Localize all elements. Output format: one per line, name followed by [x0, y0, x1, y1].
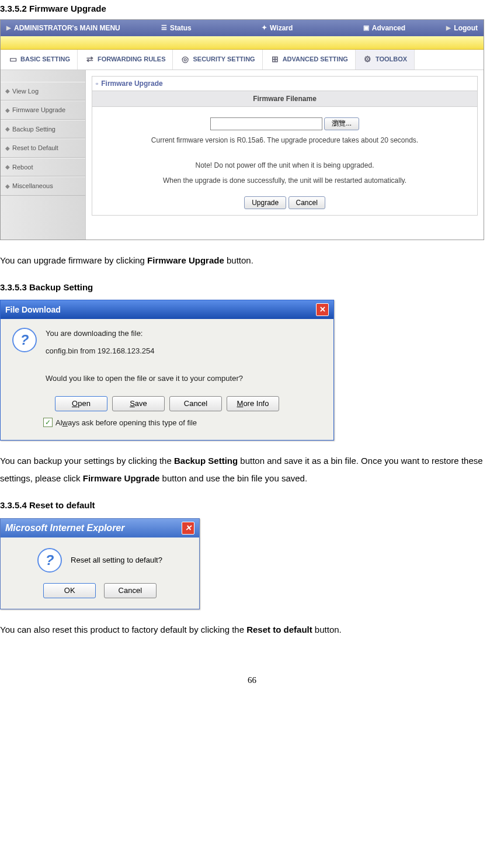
moreinfo-button[interactable]: More Info [227, 396, 279, 411]
panel-title: ▫ Firmware Upgrade [92, 76, 478, 91]
sidebar-firmware[interactable]: ◆Firmware Upgrade [1, 100, 85, 120]
fd-body: ? You are downloading the file: config.b… [1, 319, 333, 440]
top-wizard[interactable]: ✦ Wizard [256, 23, 298, 33]
tab-row: ▭BASIC SETTING ⇄FORWARDING RULES ◎SECURI… [1, 50, 484, 70]
cancel-button[interactable]: Cancel [104, 583, 157, 598]
firmware-info: Current firmware version is R0.15a6. The… [101, 135, 468, 145]
open-button[interactable]: Open [55, 396, 107, 411]
tab-advsetting[interactable]: ⊞ADVANCED SETTING [263, 50, 356, 70]
tab-toolbox[interactable]: ⚙TOOLBOX [356, 50, 415, 70]
yellow-bar [1, 36, 484, 50]
sidebar-backup[interactable]: ◆Backup Setting [1, 120, 85, 139]
close-button[interactable]: ✕ [182, 522, 194, 535]
router-body: ◆View Log ◆Firmware Upgrade ◆Backup Sett… [1, 70, 484, 240]
question-icon: ? [37, 548, 62, 573]
fd-line1: You are downloading the file: [46, 328, 243, 339]
top-menu: ▶ ADMINISTRATOR's MAIN MENU ☰ Status ✦ W… [1, 20, 484, 36]
content-area: ▫ Firmware Upgrade Firmware Filename 瀏覽.… [86, 70, 484, 240]
forwarding-icon: ⇄ [85, 54, 95, 65]
sidebar: ◆View Log ◆Firmware Upgrade ◆Backup Sett… [1, 70, 86, 240]
wizard-icon: ✦ [262, 23, 267, 33]
heading-backup-setting: 3.3.5.3 Backup Setting [0, 281, 504, 294]
reset-dialog: Microsoft Internet Explorer ✕ ? Reset al… [0, 518, 200, 609]
arrow-icon: ▶ [6, 23, 11, 32]
always-label: Always ask before opening this type of f… [55, 417, 197, 429]
status-icon: ☰ [161, 23, 167, 33]
file-download-dialog: File Download ✕ ? You are downloading th… [0, 300, 334, 441]
tab-forwarding[interactable]: ⇄FORWARDING RULES [78, 50, 173, 70]
cancel-button[interactable]: Cancel [169, 396, 222, 411]
security-icon: ◎ [180, 54, 190, 65]
upgrade-button[interactable]: Upgrade [244, 196, 286, 209]
sidebar-reboot[interactable]: ◆Reboot [1, 158, 85, 177]
firmware-note1: Note! Do not power off the unit when it … [101, 160, 468, 171]
desc-firmware-upgrade: You can upgrade firmware by clicking Fir… [0, 252, 504, 269]
desc-reset: You can also reset this product to facto… [0, 621, 504, 639]
arrow-icon: ▶ [446, 23, 451, 32]
cancel-button[interactable]: Cancel [289, 196, 325, 209]
rd-titlebar: Microsoft Internet Explorer ✕ [1, 519, 199, 537]
top-logout[interactable]: ▶ Logout [440, 23, 484, 33]
browse-button[interactable]: 瀏覽... [324, 117, 359, 130]
advanced-icon: ▣ [363, 23, 369, 33]
heading-firmware-upgrade: 3.3.5.2 Firmware Upgrade [0, 2, 504, 16]
close-button[interactable]: ✕ [316, 303, 329, 316]
basic-icon: ▭ [8, 54, 18, 65]
panel-icon: ▫ [96, 78, 98, 89]
top-admin-label: ▶ ADMINISTRATOR's MAIN MENU [1, 23, 126, 33]
panel-subtitle: Firmware Filename [92, 91, 478, 107]
admin-main-menu[interactable]: ADMINISTRATOR's MAIN MENU [14, 23, 120, 33]
tab-basic[interactable]: ▭BASIC SETTING [1, 50, 78, 70]
heading-reset-default: 3.3.5.4 Reset to default [0, 499, 504, 512]
save-button[interactable]: Save [112, 396, 165, 411]
fd-titlebar: File Download ✕ [1, 300, 333, 319]
toolbox-icon: ⚙ [363, 54, 373, 65]
question-icon: ? [12, 328, 37, 352]
sidebar-misc[interactable]: ◆Miscellaneous [1, 176, 85, 196]
firmware-note2: When the upgrade is done successfully, t… [101, 175, 468, 186]
page-number: 66 [0, 674, 504, 687]
sidebar-viewlog[interactable]: ◆View Log [1, 82, 85, 101]
panel-body: 瀏覽... Current firmware version is R0.15a… [92, 107, 478, 216]
rd-title-text: Microsoft Internet Explorer [5, 521, 124, 535]
top-status[interactable]: ☰ Status [155, 23, 197, 33]
ok-button[interactable]: OK [43, 583, 96, 598]
file-input[interactable] [210, 117, 322, 130]
desc-backup: You can backup your settings by clicking… [0, 452, 504, 487]
sidebar-reset[interactable]: ◆Reset to Default [1, 138, 85, 158]
router-screenshot: ▶ ADMINISTRATOR's MAIN MENU ☰ Status ✦ W… [0, 19, 484, 240]
fd-title-text: File Download [5, 304, 61, 316]
top-advanced[interactable]: ▣ Advanced [357, 23, 411, 33]
rd-body: ? Reset all setting to default? OK Cance… [1, 537, 199, 609]
fd-line2: config.bin from 192.168.123.254 [46, 345, 243, 357]
fd-line3: Would you like to open the file or save … [46, 373, 243, 384]
advsetting-icon: ⊞ [270, 54, 280, 65]
rd-msg-text: Reset all setting to default? [71, 554, 162, 566]
always-checkbox[interactable]: ✓ [43, 418, 53, 427]
tab-security[interactable]: ◎SECURITY SETTING [173, 50, 262, 70]
